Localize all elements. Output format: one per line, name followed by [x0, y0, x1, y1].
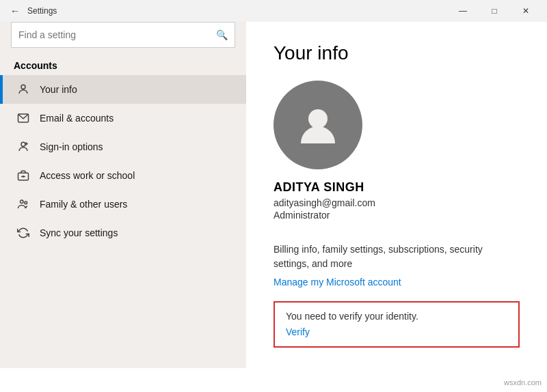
svg-point-10 [308, 109, 328, 128]
back-button[interactable]: ← [5, 1, 25, 20]
svg-point-9 [25, 201, 27, 204]
person-avatar-icon [294, 101, 342, 149]
watermark: wsxdn.com [504, 378, 542, 387]
sidebar-item-label-your-info: Your info [40, 84, 77, 95]
close-button[interactable]: ✕ [510, 0, 542, 22]
sidebar-item-your-info[interactable]: Your info [0, 75, 246, 104]
family-icon [14, 198, 33, 210]
verify-text: You need to verify your identity. [286, 311, 507, 322]
sidebar-item-label-sync: Sync your settings [40, 227, 118, 238]
maximize-button[interactable]: □ [479, 0, 510, 22]
person-icon [14, 83, 33, 96]
user-role: Administrator [274, 210, 330, 221]
user-email: adityasingh@gmail.com [274, 197, 375, 208]
sidebar-item-label-family: Family & other users [40, 199, 127, 210]
minimize-button[interactable]: — [447, 0, 479, 22]
briefcase-icon [14, 169, 33, 182]
sidebar-section-label: Accounts [0, 55, 246, 75]
sidebar-nav: Your info Email & accounts [0, 75, 246, 247]
verify-link[interactable]: Verify [286, 326, 310, 337]
window-title: Settings [27, 6, 447, 16]
content-area: Your info ADITYA SINGH adityasingh@gmail… [246, 22, 547, 368]
sidebar-item-sync[interactable]: Sync your settings [0, 219, 246, 247]
page-title: Your info [274, 42, 520, 64]
sidebar-item-label-signin: Sign-in options [40, 141, 103, 152]
search-icon: 🔍 [216, 29, 228, 40]
sidebar-item-email-accounts[interactable]: Email & accounts [0, 104, 246, 132]
title-bar: ← Settings — □ ✕ [0, 0, 547, 22]
avatar [274, 81, 362, 169]
billing-text: Billing info, family settings, subscript… [274, 242, 506, 271]
signin-icon [14, 141, 33, 153]
manage-account-link[interactable]: Manage my Microsoft account [274, 277, 520, 288]
verify-box: You need to verify your identity. Verify [274, 301, 520, 348]
user-name: ADITYA SINGH [274, 180, 364, 195]
svg-point-0 [21, 85, 25, 89]
sidebar-item-label-work: Access work or school [40, 170, 135, 181]
svg-point-2 [21, 142, 25, 146]
search-box[interactable]: 🔍 [11, 22, 235, 48]
svg-point-8 [21, 200, 24, 204]
main-content: 🔍 Accounts Your info [0, 22, 547, 368]
sidebar: 🔍 Accounts Your info [0, 22, 246, 368]
sidebar-item-family[interactable]: Family & other users [0, 190, 246, 219]
email-icon [14, 112, 33, 124]
search-input[interactable] [18, 29, 216, 40]
avatar-section: ADITYA SINGH adityasingh@gmail.com Admin… [274, 81, 520, 232]
sidebar-item-sign-in[interactable]: Sign-in options [0, 132, 246, 161]
sidebar-item-work-school[interactable]: Access work or school [0, 161, 246, 190]
window-controls: — □ ✕ [447, 0, 542, 22]
sidebar-item-label-email: Email & accounts [40, 113, 114, 124]
sync-icon [14, 227, 33, 239]
